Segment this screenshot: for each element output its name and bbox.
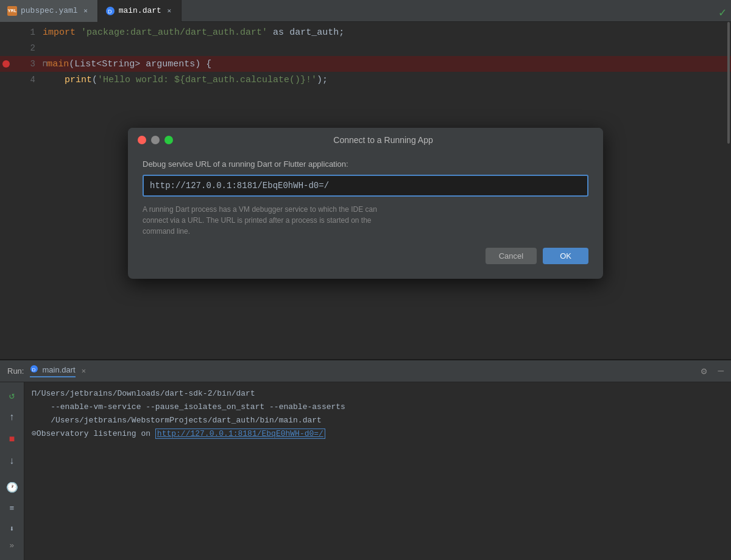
editor-area: YML pubspec.yaml ✕ D main.dart ✕ 1 impor… xyxy=(0,0,731,359)
scroll-up-button[interactable]: ↑ xyxy=(4,409,21,426)
dialog: Connect to a Running App Debug service U… xyxy=(128,128,603,279)
stop-button[interactable]: ■ xyxy=(4,431,21,448)
rerun-button[interactable]: ↺ xyxy=(4,387,21,404)
dialog-url-input[interactable] xyxy=(143,175,588,197)
run-dart-icon: D xyxy=(30,365,38,375)
window-close-button[interactable] xyxy=(138,136,146,144)
dialog-titlebar: Connect to a Running App xyxy=(128,128,603,152)
run-tab-label: main.dart xyxy=(42,365,75,374)
window-maximize-button[interactable] xyxy=(164,136,173,144)
dialog-title: Connect to a Running App xyxy=(173,135,593,145)
run-output: ⊓/Users/jetbrains/Downloads/dart-sdk-2/b… xyxy=(24,382,731,560)
run-bottom-icons: 🕐 ≡ ⬇ » xyxy=(4,479,21,555)
run-tab-maindart[interactable]: D main.dart xyxy=(30,365,75,377)
run-label: Run: xyxy=(7,366,24,376)
run-content: ↺ ↑ ■ ↓ 🕐 ≡ ⬇ » ⊓/Users/jetbrains/Downlo… xyxy=(0,382,731,560)
dialog-overlay: Connect to a Running App Debug service U… xyxy=(0,0,731,359)
window-buttons xyxy=(138,136,173,144)
window-minimize-button[interactable] xyxy=(151,136,160,144)
cancel-button[interactable]: Cancel xyxy=(486,248,537,264)
run-header: Run: D main.dart ✕ ⚙ — xyxy=(0,360,731,382)
output-line-3: /Users/jetbrains/WebstormProjects/dart_a… xyxy=(32,414,724,427)
output-line-1: ⊓/Users/jetbrains/Downloads/dart-sdk-2/b… xyxy=(32,387,724,401)
run-panel: Run: D main.dart ✕ ⚙ — ↺ ↑ ■ ↓ 🕐 ≡ ⬇ » xyxy=(0,359,731,560)
svg-text:D: D xyxy=(32,367,36,373)
run-tab-close[interactable]: ✕ xyxy=(82,366,86,376)
output-line-2: --enable-vm-service --pause_isolates_on_… xyxy=(32,401,724,414)
minimize-icon[interactable]: — xyxy=(718,366,724,377)
run-toolbar: ↺ ↑ ■ ↓ 🕐 ≡ ⬇ » xyxy=(0,382,24,560)
filter-button[interactable]: ⬇ xyxy=(4,520,21,537)
dialog-buttons: Cancel OK xyxy=(143,248,588,267)
settings-icon[interactable]: ⚙ xyxy=(701,365,707,377)
clock-icon[interactable]: 🕐 xyxy=(4,479,21,496)
dialog-hint-text: A running Dart process has a VM debugger… xyxy=(143,204,588,237)
scroll-down-button[interactable]: ↓ xyxy=(4,453,21,470)
ok-button[interactable]: OK xyxy=(543,248,588,264)
wrap-text-button[interactable]: ≡ xyxy=(4,500,21,517)
dialog-body: Debug service URL of a running Dart or F… xyxy=(128,152,603,279)
chevron-right-icon[interactable]: » xyxy=(10,541,15,550)
output-line-4: ⊙Observatory listening on http://127.0.0… xyxy=(32,427,724,441)
dialog-url-label: Debug service URL of a running Dart or F… xyxy=(143,159,588,169)
observatory-link[interactable]: http://127.0.0.1:8181/EbqE0hWH-d0=/ xyxy=(155,429,325,439)
